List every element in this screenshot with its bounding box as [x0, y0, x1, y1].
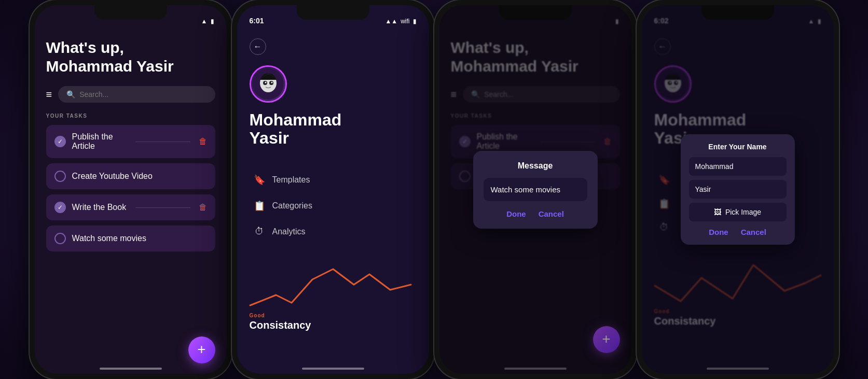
task-check-3[interactable]: ✓	[54, 202, 66, 213]
section-label-1: YOUR TASKS	[46, 113, 215, 119]
dialog-title-3: Message	[484, 161, 587, 171]
divider-3	[135, 207, 190, 208]
name-dialog-overlay: Enter Your Name 🖼 Pick Image Done Cancel	[642, 5, 834, 374]
pick-image-button[interactable]: 🖼 Pick Image	[689, 203, 787, 221]
menu-icon[interactable]: ≡	[46, 89, 52, 101]
task-name-2: Create Youtube Video	[72, 172, 207, 181]
chart-title-2: Consistancy	[250, 319, 311, 331]
task-list-1: ✓ Publish the Article 🗑 Create Youtube V…	[46, 125, 215, 251]
task-check-4[interactable]	[54, 233, 66, 244]
task-name-4: Watch some movies	[72, 234, 207, 243]
image-icon: 🖼	[714, 208, 721, 216]
fab-1[interactable]: +	[188, 336, 215, 363]
top-controls-1: ≡ 🔍	[46, 86, 215, 103]
battery-icon: ▮	[211, 18, 214, 25]
screen-1: What's up, Mohammad Yasir ≡ 🔍 YOUR TASKS…	[35, 38, 227, 374]
phone-4: 6:02 ▲ ▮ ←	[637, 0, 839, 379]
checkmark-1: ✓	[58, 138, 63, 145]
search-icon-1: 🔍	[66, 90, 75, 99]
plus-icon-1: +	[197, 342, 205, 357]
task-item-2[interactable]: Create Youtube Video	[46, 163, 215, 189]
profile-name-line2: Yasir	[250, 129, 417, 147]
status-time-2: 6:01	[250, 17, 264, 25]
name-dialog-cancel-btn[interactable]: Cancel	[741, 228, 766, 236]
delete-btn-1[interactable]: 🗑	[199, 137, 207, 146]
phone-3: ▮ What's up, Mohammad Yasir ≡ 🔍 Search..…	[434, 0, 637, 379]
dialog-actions-3: Done Cancel	[484, 209, 587, 218]
task-name-1: Publish the Article	[72, 132, 127, 151]
avatar-image-2	[251, 67, 285, 101]
task-check-2[interactable]	[54, 171, 66, 182]
greeting-line1: What's up,	[46, 38, 215, 57]
sidebar-nav: 🔖 Templates 📋 Categories ⏱ Analytics	[237, 168, 429, 243]
notch	[94, 5, 167, 20]
task-item-3[interactable]: ✓ Write the Book 🗑	[46, 194, 215, 220]
nav-label-analytics: Analytics	[272, 227, 306, 236]
task-item-1[interactable]: ✓ Publish the Article 🗑	[46, 125, 215, 158]
svg-point-5	[271, 82, 272, 83]
analytics-icon: ⏱	[254, 226, 265, 237]
screen-2: ←	[237, 28, 429, 374]
dialog-done-btn[interactable]: Done	[506, 209, 526, 218]
chart-svg-2	[237, 259, 429, 321]
svg-point-4	[265, 82, 266, 83]
battery-icon-2: ▮	[413, 18, 417, 25]
greeting-1: What's up, Mohammad Yasir	[46, 38, 215, 76]
first-name-input[interactable]	[689, 157, 787, 176]
signal-icon-2: ▲▲	[385, 18, 397, 25]
task-item-4[interactable]: Watch some movies	[46, 226, 215, 251]
back-button-2[interactable]: ←	[250, 38, 266, 55]
avatar-2	[250, 65, 287, 103]
greeting-line2: Mohammad Yasir	[46, 57, 215, 76]
search-input-1[interactable]	[79, 90, 206, 99]
message-dialog: Message Watch some movies Done Cancel	[473, 151, 598, 229]
dialog-message: Watch some movies	[484, 178, 587, 201]
nav-label-templates: Templates	[272, 175, 310, 185]
notch-2	[297, 5, 369, 20]
profile-name-line1: Mohammad	[250, 111, 417, 129]
chart-quality-label-2: Good	[250, 313, 311, 318]
task-check-1[interactable]: ✓	[54, 136, 66, 147]
avatar-svg	[253, 68, 284, 100]
categories-icon: 📋	[254, 200, 265, 212]
profile-header: ←	[237, 28, 429, 168]
name-dialog-done-btn[interactable]: Done	[709, 228, 728, 236]
nav-label-categories: Categories	[272, 201, 312, 210]
home-indicator-2	[302, 368, 364, 370]
profile-name-2: Mohammad Yasir	[250, 111, 417, 147]
dialog-overlay-3: Message Watch some movies Done Cancel	[439, 5, 631, 374]
delete-btn-3[interactable]: 🗑	[199, 203, 207, 212]
templates-icon: 🔖	[254, 174, 265, 186]
nav-item-categories[interactable]: 📋 Categories	[250, 194, 417, 218]
wifi-icon: ▲	[201, 18, 208, 25]
search-bar-1[interactable]: 🔍	[58, 86, 215, 103]
task-name-3: Write the Book	[72, 203, 127, 212]
home-indicator-1	[100, 368, 162, 370]
nav-item-analytics[interactable]: ⏱ Analytics	[250, 220, 417, 243]
pick-image-label: Pick Image	[725, 208, 761, 216]
name-entry-dialog: Enter Your Name 🖼 Pick Image Done Cancel	[681, 134, 795, 245]
checkmark-3: ✓	[58, 204, 63, 211]
phone-1: ▲ ▮ What's up, Mohammad Yasir ≡ 🔍 YOUR T…	[30, 0, 232, 379]
last-name-input[interactable]	[689, 180, 787, 199]
divider-1	[135, 142, 190, 142]
phone-2: 6:01 ▲▲ wifi ▮ ←	[232, 0, 434, 379]
wifi-icon-2: wifi	[401, 18, 409, 25]
name-dialog-title: Enter Your Name	[689, 143, 787, 151]
dialog-cancel-btn[interactable]: Cancel	[539, 209, 564, 218]
name-dialog-actions: Done Cancel	[689, 228, 787, 236]
nav-item-templates[interactable]: 🔖 Templates	[250, 168, 417, 192]
chart-area-2: Good Consistancy	[237, 259, 429, 331]
